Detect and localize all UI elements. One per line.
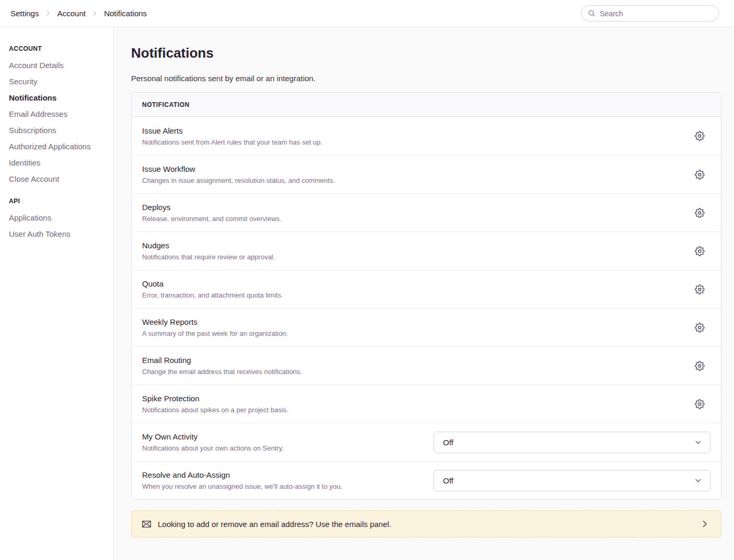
emails-panel-banner[interactable]: Looking to add or remove an email addres…: [131, 510, 721, 537]
sidebar-section: API Applications User Auth Tokens: [9, 197, 108, 239]
breadcrumb-item-account[interactable]: Account: [57, 9, 85, 18]
breadcrumb-item-notifications[interactable]: Notifications: [104, 9, 147, 18]
gear-icon[interactable]: [694, 245, 706, 257]
notifications-panel: NOTIFICATION Issue Alerts Notifications …: [131, 92, 721, 500]
sidebar-item-authorized-applications[interactable]: Authorized Applications: [9, 142, 108, 151]
banner-text: Looking to add or remove an email addres…: [158, 520, 700, 529]
notification-row: My Own Activity Notifications about your…: [132, 423, 721, 461]
main-content: Notifications Personal notifications sen…: [114, 27, 734, 560]
row-description: Change the email address that receives n…: [142, 368, 683, 376]
row-title: Resolve and Auto-Assign: [142, 470, 423, 479]
sidebar-section: ACCOUNT Account Details Security Notific…: [9, 45, 108, 184]
notification-row: Spike Protection Notifications about spi…: [132, 385, 721, 423]
notification-rows: Issue Alerts Notifications sent from Ale…: [132, 117, 721, 499]
search-input[interactable]: [600, 9, 713, 18]
row-title: Issue Workflow: [142, 164, 683, 173]
sidebar-section-list: Applications User Auth Tokens: [9, 213, 108, 239]
row-description: Notifications about your own actions on …: [142, 444, 423, 452]
sidebar-section-title: ACCOUNT: [9, 45, 108, 52]
page-title: Notifications: [131, 45, 721, 61]
row-description: Notifications about spikes on a per proj…: [142, 406, 683, 414]
sidebar-section-list: Account Details Security Notifications E…: [9, 61, 108, 184]
row-title: Issue Alerts: [142, 126, 683, 135]
sidebar-item-security[interactable]: Security: [9, 77, 108, 86]
select-value: Off: [443, 438, 454, 447]
gear-icon[interactable]: [694, 398, 706, 410]
sidebar-item-notifications[interactable]: Notifications: [9, 93, 108, 103]
notification-row: Issue Workflow Changes in issue assignme…: [132, 155, 721, 193]
row-title: My Own Activity: [142, 432, 423, 441]
chevron-down-icon: [694, 476, 703, 485]
sidebar-item-subscriptions[interactable]: Subscriptions: [9, 126, 108, 135]
row-title: Email Routing: [142, 356, 683, 365]
search-box[interactable]: [581, 5, 719, 21]
row-title: Deploys: [142, 203, 683, 212]
gear-icon[interactable]: [694, 360, 706, 372]
sidebar-item-close-account[interactable]: Close Account: [9, 174, 108, 184]
row-title: Nudges: [142, 241, 683, 250]
row-description: A summary of the past week for an organi…: [142, 330, 683, 337]
gear-icon[interactable]: [694, 322, 706, 334]
row-description: Error, transaction, and attachment quota…: [142, 291, 683, 299]
notification-row: Deploys Release, environment, and commit…: [132, 193, 721, 232]
gear-icon[interactable]: [694, 130, 706, 142]
page-description: Personal notifications sent by email or …: [131, 74, 721, 83]
panel-header: NOTIFICATION: [132, 93, 721, 117]
notification-row: Quota Error, transaction, and attachment…: [132, 270, 721, 308]
row-title: Quota: [142, 279, 683, 288]
sidebar-item-account-details[interactable]: Account Details: [9, 61, 108, 70]
sidebar-section-title: API: [9, 197, 108, 205]
row-description: Notifications sent from Alert rules that…: [142, 138, 683, 146]
row-description: When you resolve an unassigned issue, we…: [142, 482, 423, 490]
sidebar-item-identities[interactable]: Identities: [9, 158, 108, 168]
chevron-right-icon: [700, 519, 709, 529]
sidebar-item-email-addresses[interactable]: Email Addresses: [9, 109, 108, 119]
notification-row: Issue Alerts Notifications sent from Ale…: [132, 117, 721, 155]
gear-icon[interactable]: [694, 207, 706, 219]
chevron-down-icon: [694, 438, 703, 447]
row-title: Spike Protection: [142, 394, 683, 403]
notification-row: Nudges Notifications that require review…: [132, 232, 721, 270]
row-description: Changes in issue assignment, resolution …: [142, 177, 683, 184]
notification-row: Email Routing Change the email address t…: [132, 346, 721, 385]
chevron-right-icon: [45, 10, 51, 17]
notification-select[interactable]: Off: [434, 470, 710, 491]
top-header: Settings Account Notifications: [0, 0, 734, 27]
row-title: Weekly Reports: [142, 317, 683, 326]
breadcrumb: Settings Account Notifications: [10, 9, 147, 18]
select-value: Off: [443, 476, 454, 485]
envelope-icon: [142, 521, 151, 528]
gear-icon[interactable]: [694, 169, 706, 181]
breadcrumb-item-settings[interactable]: Settings: [10, 9, 39, 18]
row-description: Notifications that require review or app…: [142, 253, 683, 261]
sidebar: ACCOUNT Account Details Security Notific…: [0, 27, 114, 560]
search-icon: [588, 9, 596, 17]
gear-icon[interactable]: [694, 283, 706, 295]
row-description: Release, environment, and commit overvie…: [142, 215, 683, 223]
notification-select[interactable]: Off: [434, 432, 710, 453]
sidebar-item-user-auth-tokens[interactable]: User Auth Tokens: [9, 229, 108, 239]
notification-row: Resolve and Auto-Assign When you resolve…: [132, 461, 721, 499]
chevron-right-icon: [91, 10, 98, 17]
notification-row: Weekly Reports A summary of the past wee…: [132, 308, 721, 346]
sidebar-item-applications[interactable]: Applications: [9, 213, 108, 223]
